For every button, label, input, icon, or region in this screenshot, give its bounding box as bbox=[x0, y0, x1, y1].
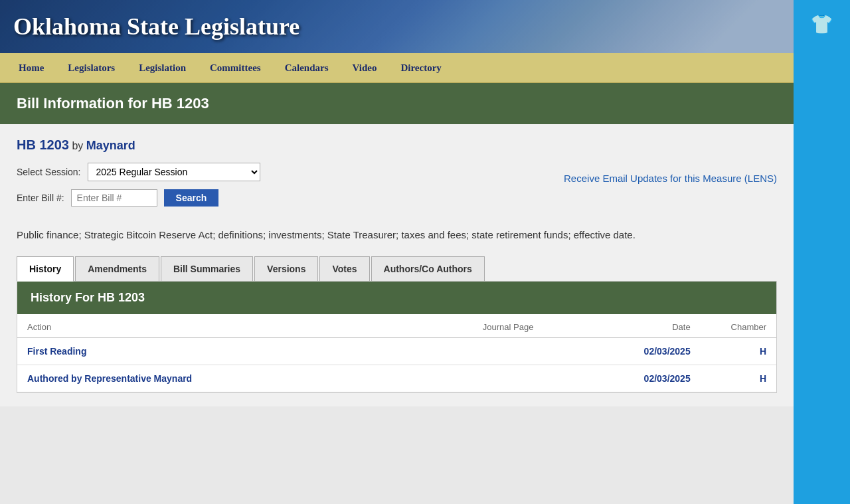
bill-number: HB 1203 bbox=[17, 137, 69, 152]
nav-legislators[interactable]: Legislators bbox=[56, 53, 127, 83]
sidebar: 👕 bbox=[794, 0, 850, 504]
header-banner: Oklahoma State Legislature bbox=[0, 0, 794, 53]
form-right: Receive Email Updates for this Measure (… bbox=[564, 163, 777, 184]
session-label: Select Session: bbox=[17, 167, 81, 177]
bill-header-title: Bill Information for HB 1203 bbox=[17, 95, 209, 112]
bill-number-input[interactable] bbox=[71, 189, 157, 207]
row2-action[interactable]: Authored by Representative Maynard bbox=[17, 365, 473, 392]
bill-content: HB 1203 by Maynard Select Session: 2025 … bbox=[0, 124, 794, 406]
content-area: Bill Information for HB 1203 HB 1203 by … bbox=[0, 83, 794, 406]
col-chamber: Chamber bbox=[701, 314, 776, 338]
nav-legislation[interactable]: Legislation bbox=[127, 53, 198, 83]
form-area: Select Session: 2025 Regular Session Ent… bbox=[17, 163, 777, 214]
tabs-row: History Amendments Bill Summaries Versio… bbox=[17, 256, 777, 282]
history-area: History For HB 1203 Action Journal Page … bbox=[17, 282, 777, 393]
nav-video[interactable]: Video bbox=[340, 53, 388, 83]
bill-title-line: HB 1203 by Maynard bbox=[17, 137, 777, 153]
search-button[interactable]: Search bbox=[164, 189, 219, 207]
tab-votes[interactable]: Votes bbox=[319, 256, 369, 281]
tab-bill-summaries[interactable]: Bill Summaries bbox=[161, 256, 253, 281]
row2-journal bbox=[473, 365, 586, 392]
bill-input-label: Enter Bill #: bbox=[17, 193, 64, 203]
lens-link[interactable]: Receive Email Updates for this Measure (… bbox=[564, 173, 777, 184]
col-journal: Journal Page bbox=[473, 314, 586, 338]
nav-committees[interactable]: Committees bbox=[198, 53, 273, 83]
bill-header-bar: Bill Information for HB 1203 bbox=[0, 83, 794, 124]
session-select[interactable]: 2025 Regular Session bbox=[88, 163, 260, 181]
nav-directory[interactable]: Directory bbox=[388, 53, 453, 83]
sidebar-icon: 👕 bbox=[810, 13, 833, 35]
row1-chamber: H bbox=[701, 337, 776, 365]
row2-chamber: H bbox=[701, 365, 776, 392]
row1-date: 02/03/2025 bbox=[586, 337, 700, 365]
bill-by-text: by bbox=[72, 140, 83, 151]
table-row: Authored by Representative Maynard 02/03… bbox=[17, 365, 776, 392]
table-row: First Reading 02/03/2025 H bbox=[17, 337, 776, 365]
history-header: History For HB 1203 bbox=[17, 282, 776, 314]
bill-description: Public finance; Strategic Bitcoin Reserv… bbox=[17, 228, 777, 243]
col-action: Action bbox=[17, 314, 473, 338]
history-table: Action Journal Page Date Chamber First R… bbox=[17, 314, 776, 392]
bill-author: Maynard bbox=[86, 139, 135, 152]
bill-input-row: Enter Bill #: Search bbox=[17, 189, 564, 207]
form-left: Select Session: 2025 Regular Session Ent… bbox=[17, 163, 564, 214]
col-date: Date bbox=[586, 314, 700, 338]
session-row: Select Session: 2025 Regular Session bbox=[17, 163, 564, 181]
row1-action[interactable]: First Reading bbox=[17, 337, 473, 365]
history-section-title: History For HB 1203 bbox=[31, 291, 145, 304]
nav-bar: Home Legislators Legislation Committees … bbox=[0, 53, 794, 83]
tab-amendments[interactable]: Amendments bbox=[75, 256, 159, 281]
nav-calendars[interactable]: Calendars bbox=[273, 53, 341, 83]
tab-versions[interactable]: Versions bbox=[254, 256, 318, 281]
site-title: Oklahoma State Legislature bbox=[13, 13, 299, 41]
row2-date: 02/03/2025 bbox=[586, 365, 700, 392]
tab-history[interactable]: History bbox=[17, 256, 74, 282]
tab-authors-co-authors[interactable]: Authors/Co Authors bbox=[371, 256, 485, 281]
nav-home[interactable]: Home bbox=[7, 53, 56, 83]
row1-journal bbox=[473, 337, 586, 365]
